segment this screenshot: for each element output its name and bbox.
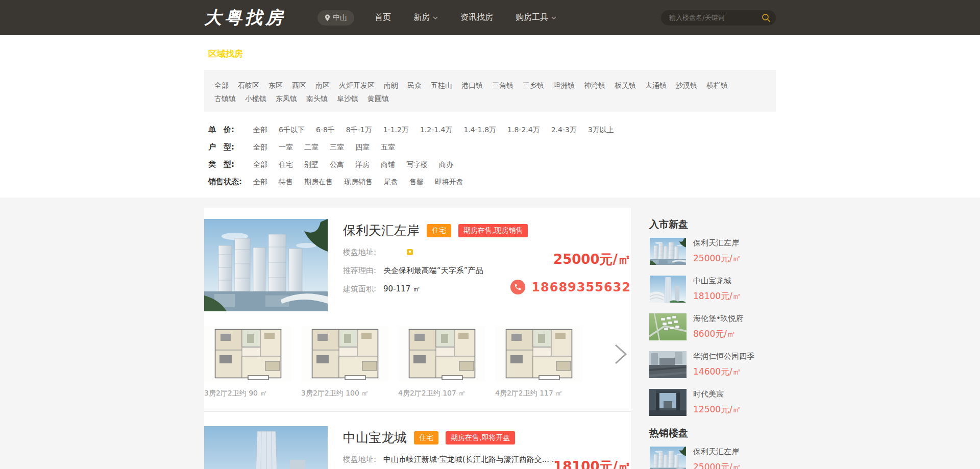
listing-thumbnail bbox=[649, 238, 687, 265]
site-logo[interactable]: 大粤找房 bbox=[204, 6, 286, 30]
filter-option[interactable]: 五室 bbox=[381, 143, 395, 151]
region-link[interactable]: 南朗 bbox=[384, 79, 398, 92]
region-link[interactable]: 东凤镇 bbox=[276, 92, 297, 105]
filter-option[interactable]: 6千以下 bbox=[279, 126, 305, 134]
region-link[interactable]: 全部 bbox=[214, 79, 229, 92]
listing-phone[interactable]: 18689355632 bbox=[531, 280, 631, 294]
region-link[interactable]: 小榄镇 bbox=[245, 92, 266, 105]
region-link[interactable]: 民众 bbox=[407, 79, 422, 92]
filter-option[interactable]: 1-1.2万 bbox=[383, 126, 409, 134]
sidebar-listing-item[interactable]: 保利天汇左岸 25000元/㎡ bbox=[649, 447, 776, 469]
region-link[interactable]: 板芙镇 bbox=[615, 79, 636, 92]
floorplan-card[interactable]: 4房2厅2卫约 107 ㎡ bbox=[398, 326, 485, 398]
filter-option[interactable]: 洋房 bbox=[355, 160, 370, 168]
filter-option[interactable]: 全部 bbox=[253, 126, 267, 134]
filter-option[interactable]: 商办 bbox=[439, 160, 453, 168]
region-link[interactable]: 五桂山 bbox=[431, 79, 452, 92]
filter-option[interactable]: 二室 bbox=[304, 143, 318, 151]
sidebar-listing-item[interactable]: 中山宝龙城 18100元/㎡ bbox=[649, 276, 776, 303]
sidebar-listing-price: 25000元/㎡ bbox=[693, 461, 741, 469]
sidebar-listing-item[interactable]: 海伦堡•玖悦府 8600元/㎡ bbox=[649, 313, 776, 340]
region-link[interactable]: 阜沙镇 bbox=[337, 92, 358, 105]
filter-row-rooms: 户 型:全部一室二室三室四室五室 bbox=[208, 138, 766, 156]
search-input[interactable] bbox=[661, 10, 776, 26]
listing-title[interactable]: 中山宝龙城 bbox=[343, 429, 407, 446]
filter-option[interactable]: 1.2-1.4万 bbox=[420, 126, 453, 134]
arrow-right-icon[interactable] bbox=[612, 343, 629, 365]
region-link[interactable]: 黄圃镇 bbox=[368, 92, 389, 105]
region-link[interactable]: 港口镇 bbox=[461, 79, 483, 92]
filter-option[interactable]: 1.8-2.4万 bbox=[507, 126, 540, 134]
reason-text: 央企保利最高端“天字系”产品 bbox=[383, 266, 483, 276]
region-filter: 全部石岐区东区西区南区火炬开发区南朗民众五桂山港口镇三角镇三乡镇坦洲镇神湾镇板芙… bbox=[204, 71, 776, 112]
filter-option[interactable]: 尾盘 bbox=[384, 178, 398, 186]
floorplan-image bbox=[301, 326, 388, 382]
listing-photo[interactable] bbox=[204, 219, 328, 311]
filter-option[interactable]: 8千-1万 bbox=[346, 126, 372, 134]
top-header: 大粤找房 中山 首页 新房 资讯找房 购房工具 bbox=[0, 0, 980, 35]
search-icon[interactable] bbox=[762, 13, 771, 22]
listing-title[interactable]: 保利天汇左岸 bbox=[343, 222, 420, 239]
floorplan-card[interactable]: 3房2厅2卫约 100 ㎡ bbox=[301, 326, 388, 398]
listing-thumbnail bbox=[649, 351, 687, 378]
filter-option[interactable]: 2.4-3万 bbox=[551, 126, 577, 134]
listing-thumbnail bbox=[649, 313, 687, 340]
listing-photo[interactable] bbox=[204, 426, 328, 469]
floorplan-card[interactable]: 3房2厅2卫约 90 ㎡ bbox=[204, 326, 291, 398]
floorplan-image bbox=[495, 326, 582, 382]
address-pin-icon[interactable] bbox=[406, 249, 414, 257]
filter-option[interactable]: 3万以上 bbox=[588, 126, 614, 134]
listing-thumbnail bbox=[649, 447, 687, 469]
region-link[interactable]: 南区 bbox=[315, 79, 330, 92]
region-section-header: 区域找房 bbox=[204, 35, 776, 71]
filter-option[interactable]: 全部 bbox=[253, 160, 267, 168]
filter-option[interactable]: 全部 bbox=[253, 178, 267, 186]
filter-option[interactable]: 即将开盘 bbox=[435, 178, 463, 186]
filter-option[interactable]: 别墅 bbox=[304, 160, 318, 168]
sidebar-listing-item[interactable]: 保利天汇左岸 25000元/㎡ bbox=[649, 238, 776, 265]
sidebar-listing-item[interactable]: 时代美宸 12500元/㎡ bbox=[649, 389, 776, 416]
filter-label: 销售状态: bbox=[208, 174, 253, 190]
listing-price: 18100元/㎡ bbox=[478, 458, 631, 469]
filter-option[interactable]: 公寓 bbox=[330, 160, 344, 168]
filter-option[interactable]: 售罄 bbox=[409, 178, 424, 186]
filter-option[interactable]: 一室 bbox=[279, 143, 293, 151]
region-link[interactable]: 坦洲镇 bbox=[553, 79, 575, 92]
sidebar-listing-price: 12500元/㎡ bbox=[693, 404, 741, 415]
filter-option[interactable]: 待售 bbox=[279, 178, 293, 186]
region-link[interactable]: 火炬开发区 bbox=[339, 79, 375, 92]
filter-option[interactable]: 现房销售 bbox=[344, 178, 373, 186]
filter-option[interactable]: 1.4-1.8万 bbox=[464, 126, 497, 134]
region-link[interactable]: 大涌镇 bbox=[645, 79, 667, 92]
region-link[interactable]: 三角镇 bbox=[492, 79, 513, 92]
filter-option[interactable]: 四室 bbox=[355, 143, 370, 151]
region-link[interactable]: 西区 bbox=[292, 79, 306, 92]
filter-option[interactable]: 三室 bbox=[330, 143, 344, 151]
region-link[interactable]: 南头镇 bbox=[306, 92, 328, 105]
nav-tools[interactable]: 购房工具 bbox=[516, 12, 556, 23]
sidebar-listing-item[interactable]: 华润仁恒公园四季 14600元/㎡ bbox=[649, 351, 776, 378]
filter-option[interactable]: 商铺 bbox=[381, 160, 395, 168]
region-link[interactable]: 三乡镇 bbox=[523, 79, 544, 92]
region-link[interactable]: 东区 bbox=[268, 79, 283, 92]
floorplan-card[interactable]: 4房2厅2卫约 117 ㎡ bbox=[495, 326, 582, 398]
type-tag: 住宅 bbox=[414, 431, 438, 445]
listing-card: 保利天汇左岸 住宅 期房在售,现房销售 楼盘地址: 推荐理由: 央企保利最高端“… bbox=[204, 219, 631, 311]
region-link[interactable]: 神湾镇 bbox=[584, 79, 605, 92]
region-link[interactable]: 石岐区 bbox=[238, 79, 259, 92]
nav-newhomes[interactable]: 新房 bbox=[413, 12, 438, 23]
region-link[interactable]: 古镇镇 bbox=[214, 92, 236, 105]
region-link[interactable]: 沙溪镇 bbox=[676, 79, 697, 92]
sidebar-listing-price: 18100元/㎡ bbox=[693, 290, 741, 302]
filter-option[interactable]: 期房在售 bbox=[304, 178, 333, 186]
filter-option[interactable]: 住宅 bbox=[279, 160, 293, 168]
city-selector[interactable]: 中山 bbox=[317, 10, 354, 26]
nav-home[interactable]: 首页 bbox=[375, 12, 391, 23]
filter-option[interactable]: 6-8千 bbox=[316, 126, 335, 134]
region-link[interactable]: 横栏镇 bbox=[706, 79, 728, 92]
nav-news[interactable]: 资讯找房 bbox=[460, 12, 493, 23]
filter-option[interactable]: 全部 bbox=[253, 143, 267, 151]
filter-option[interactable]: 写字楼 bbox=[406, 160, 428, 168]
sidebar: 入市新盘 保利天汇左岸 25000元/㎡ 中山宝龙城 18100元/㎡ bbox=[631, 208, 776, 469]
sidebar-listing-name: 海伦堡•玖悦府 bbox=[693, 314, 744, 324]
